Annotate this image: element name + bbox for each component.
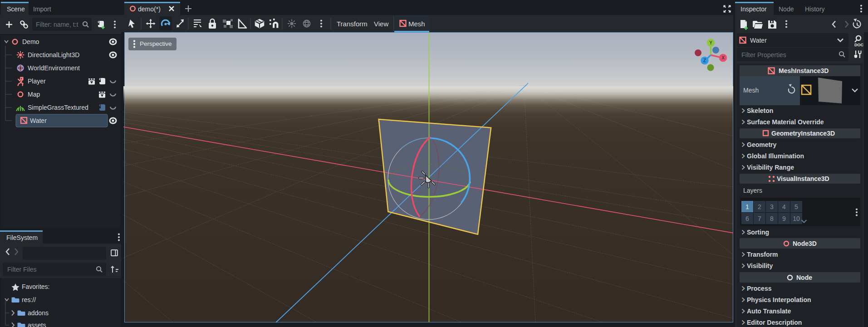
svg-text:Z: Z bbox=[703, 58, 706, 63]
svg-text:Y: Y bbox=[709, 40, 712, 45]
svg-text:DOC: DOC bbox=[854, 43, 864, 47]
svg-text:X: X bbox=[721, 55, 725, 60]
